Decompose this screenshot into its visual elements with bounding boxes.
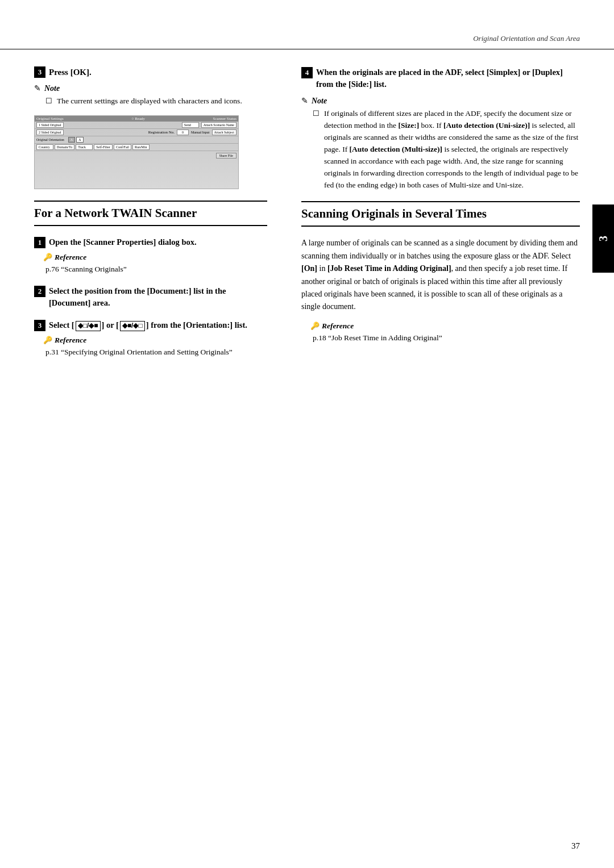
- step4-block: 4 When the originals are placed in the A…: [301, 66, 580, 191]
- ss-col-track: Track: [76, 144, 93, 150]
- left-column: 3 Press [OK]. ✎ Note ☐ The current setti…: [34, 66, 284, 368]
- reference1-block: 🔑 Reference p.76 “Scanning Originals”: [43, 253, 267, 275]
- reference1-text: p.76 “Scanning Originals”: [45, 264, 267, 275]
- ss-col-domain: Domain/To: [55, 144, 74, 150]
- reference3-block: 🔑 Reference p.18 “Job Reset Time in Addi…: [310, 322, 580, 344]
- ss-cell-attach-sel: Attach Subject: [212, 130, 237, 135]
- step4-marker: 4: [301, 67, 313, 78]
- ss-cell-attach: Attach Scenario Name: [201, 122, 237, 128]
- step1-block: 1 Open the [Scanner Properties] dialog b…: [34, 236, 267, 275]
- note2-label: Note: [312, 97, 327, 106]
- step4-header: 4 When the originals are placed in the A…: [301, 66, 580, 90]
- ss-row-3: Original Orientation A A: [35, 136, 238, 144]
- reference2-block: 🔑 Reference p.31 “Specifying Original Or…: [43, 336, 267, 358]
- note2-header: ✎ Note: [301, 96, 580, 106]
- note2-body: If originals of different sizes are plac…: [324, 108, 580, 191]
- page-header: Original Orientation and Scan Area: [0, 34, 614, 49]
- step2-header: 2 Select the position from the [Document…: [34, 285, 267, 309]
- reference1-label: Reference: [55, 253, 86, 262]
- reference3-label: Reference: [322, 322, 354, 331]
- reference1-header: 🔑 Reference: [43, 253, 267, 262]
- reference3-icon: 🔑: [310, 322, 320, 331]
- ss-share: Share File: [216, 153, 237, 158]
- step2-block: 2 Select the position from the [Document…: [34, 285, 267, 309]
- network-twain-title: For a Network TWAIN Scanner: [34, 206, 267, 220]
- sym2: ◆■/◆□: [120, 321, 145, 331]
- chapter-number: 3: [597, 236, 610, 241]
- step1-marker: 1: [34, 237, 45, 248]
- step-press-ok-block: 3 Press [OK]. ✎ Note ☐ The current setti…: [34, 66, 267, 189]
- reference1-icon: 🔑: [43, 253, 52, 262]
- step1-header: 1 Open the [Scanner Properties] dialog b…: [34, 236, 267, 248]
- ss-row-1: 1 Sided Original Send Attach Scenario Na…: [35, 122, 238, 129]
- note2-bullet: ☐: [313, 108, 320, 191]
- note1-body: The current settings are displayed with …: [57, 95, 242, 107]
- reference2-icon: 🔑: [43, 336, 52, 345]
- chapter-tab: 3: [592, 205, 614, 273]
- step-press-ok-text: Press [OK].: [49, 68, 92, 77]
- step3-text: Select [◆□/◆■] or [◆■/◆□] from the [Orie…: [49, 319, 247, 331]
- step2-marker: 2: [34, 286, 45, 297]
- scanning-originals-heading: Scanning Originals in Several Times: [301, 201, 580, 227]
- ss-reg: Registration No.: [148, 130, 175, 135]
- ss-num: 0: [177, 130, 189, 135]
- ss-btn-a: A: [68, 137, 75, 143]
- note2-icon: ✎: [301, 96, 308, 106]
- step3-header: 3 Select [◆□/◆■] or [◆■/◆□] from the [Or…: [34, 319, 267, 331]
- reference2-header: 🔑 Reference: [43, 336, 267, 345]
- ss-original-settings: Original Settings: [36, 116, 64, 121]
- step4-text: When the originals are placed in the ADF…: [316, 66, 580, 90]
- step-3-marker: 3: [34, 66, 45, 78]
- reference2-text: p.31 “Specifying Original Orientation an…: [45, 347, 267, 358]
- network-twain-heading: For a Network TWAIN Scanner: [34, 201, 267, 226]
- ss-cell-2: 2 Sided Original: [36, 130, 64, 135]
- step1-text: Open the [Scanner Properties] dialog box…: [49, 236, 197, 248]
- ss-table-left: Country Domain/To Track Self-Filter Conf…: [36, 144, 150, 150]
- ss-row-table: Country Domain/To Track Self-Filter Conf…: [35, 144, 238, 151]
- reference2-label: Reference: [55, 336, 86, 345]
- reference3-text: p.18 “Job Reset Time in Adding Original”: [313, 332, 580, 344]
- step-press-ok-header: 3 Press [OK].: [34, 66, 267, 78]
- note2-item: ☐ If originals of different sizes are pl…: [313, 108, 580, 191]
- ss-col-conf: Conf/Fail: [114, 144, 131, 150]
- ss-cell-send: Send: [182, 122, 199, 128]
- scanning-originals-body: A large number of originals can be scann…: [301, 237, 580, 313]
- ss-topbar: Original Settings ○ Ready Scanner Status: [35, 116, 238, 122]
- screenshot-inner: Original Settings ○ Ready Scanner Status…: [35, 116, 238, 189]
- ss-ready: ○ Ready: [131, 116, 145, 121]
- ss-col-country: Country: [36, 144, 53, 150]
- ss-bottom: Share File: [35, 152, 238, 159]
- note1-item: ☐ The current settings are displayed wit…: [45, 95, 267, 107]
- scanning-originals-title: Scanning Originals in Several Times: [301, 207, 580, 221]
- ss-orientation-label: Original Orientation: [36, 138, 64, 141]
- ss-orientation-btns: A A: [68, 137, 84, 143]
- step3-block: 3 Select [◆□/◆■] or [◆■/◆□] from the [Or…: [34, 319, 267, 358]
- ss-btn-b: A: [76, 137, 83, 143]
- step3-marker: 3: [34, 320, 45, 331]
- note1-bullet: ☐: [45, 95, 52, 107]
- ss-table-row1: Country Domain/To Track Self-Filter Conf…: [36, 144, 150, 150]
- ss-col-self: Self-Filter: [94, 144, 113, 150]
- step2-text: Select the position from the [Document:]…: [49, 285, 267, 309]
- ss-row-2: 2 Sided Original Registration No. 0 Manu…: [35, 129, 238, 136]
- sym1: ◆□/◆■: [76, 321, 101, 331]
- page-container: Original Orientation and Scan Area 3 3 P…: [0, 0, 614, 868]
- columns: 3 Press [OK]. ✎ Note ☐ The current setti…: [0, 66, 614, 368]
- note1-label: Note: [44, 84, 60, 93]
- note1-header: ✎ Note: [34, 84, 267, 93]
- reference3-header: 🔑 Reference: [310, 322, 580, 331]
- ss-col-run: Run/Min: [132, 144, 150, 150]
- screenshot-area: Original Settings ○ Ready Scanner Status…: [34, 115, 239, 189]
- ss-head: Manual Input: [191, 131, 210, 134]
- note2-block: ✎ Note ☐ If originals of different sizes…: [301, 96, 580, 191]
- ss-cell-1: 1 Sided Original: [36, 122, 64, 128]
- ss-scanner-status: Scanner Status: [213, 116, 237, 121]
- right-column: 4 When the originals are placed in the A…: [284, 66, 580, 368]
- header-title: Original Orientation and Scan Area: [473, 34, 580, 43]
- note1-icon: ✎: [34, 84, 41, 93]
- note-block-1: ✎ Note ☐ The current settings are displa…: [34, 84, 267, 107]
- page-number: 37: [571, 841, 580, 851]
